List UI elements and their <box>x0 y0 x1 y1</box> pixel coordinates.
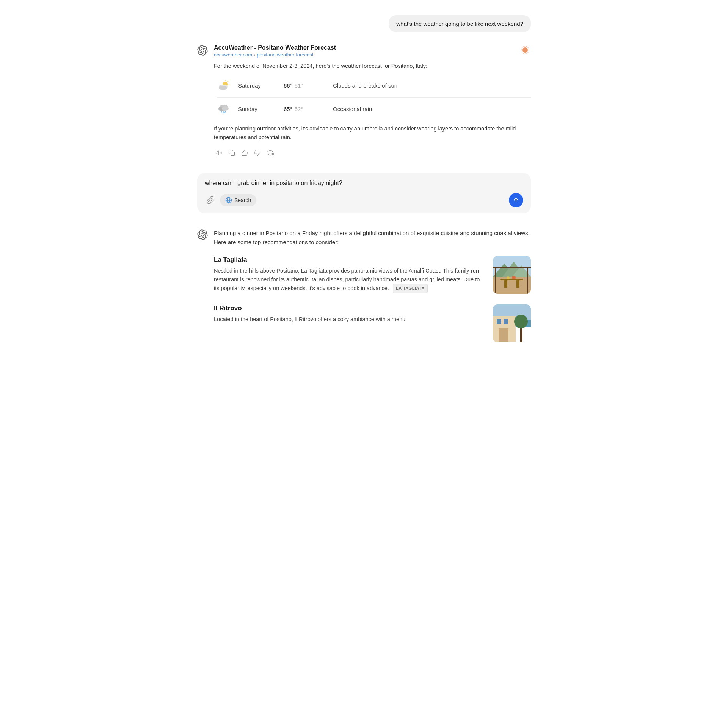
weather-url-path: positano weather forecast <box>257 52 314 58</box>
la-tagliata-name: La Tagliata <box>214 256 485 264</box>
copy-button[interactable] <box>227 148 237 158</box>
restaurant-card-il-ritrovo: Il Ritrovo Located in the heart of Posit… <box>214 304 531 342</box>
il-ritrovo-info: Il Ritrovo Located in the heart of Posit… <box>214 304 485 324</box>
sunday-icon <box>217 104 231 115</box>
il-ritrovo-text: Located in the heart of Positano, Il Rit… <box>214 316 405 322</box>
saturday-temps: 66° 51° <box>284 82 325 89</box>
svg-point-28 <box>512 276 516 279</box>
input-container: where can i grab dinner in positano on f… <box>197 173 531 213</box>
user-message-text-1: what's the weather going to be like next… <box>396 20 523 27</box>
sunday-low: 52° <box>295 106 303 112</box>
speak-button[interactable] <box>214 148 224 158</box>
weather-source-url: accuweather.com › positano weather forec… <box>214 52 336 58</box>
weather-row-saturday: Saturday 66° 51° Clouds and breaks of su… <box>217 77 531 95</box>
svg-point-5 <box>219 86 227 90</box>
weather-intro: For the weekend of November 2-3, 2024, h… <box>214 62 531 71</box>
weather-divider <box>217 97 531 98</box>
sunday-label: Sunday <box>238 106 276 112</box>
svg-line-14 <box>225 111 225 113</box>
sunday-temps: 65° 52° <box>284 106 325 112</box>
input-text[interactable]: where can i grab dinner in positano on f… <box>205 179 523 187</box>
restaurant-intro: Planning a dinner in Positano on a Frida… <box>214 229 531 247</box>
restaurant-card-la-tagliata: La Tagliata Nestled in the hills above P… <box>214 256 531 294</box>
thumbs-down-button[interactable] <box>253 148 262 158</box>
svg-point-39 <box>514 315 528 328</box>
url-separator: › <box>254 52 255 58</box>
il-ritrovo-name: Il Ritrovo <box>214 304 485 312</box>
ai-weather-response: AccuWeather - Positano Weather Forecast … <box>197 44 531 158</box>
svg-point-11 <box>222 106 229 111</box>
user-message-1: what's the weather going to be like next… <box>197 15 531 32</box>
attach-button[interactable] <box>205 195 216 206</box>
search-label: Search <box>234 197 251 203</box>
weather-advice: If you're planning outdoor activities, i… <box>214 124 531 142</box>
weather-content: AccuWeather - Positano Weather Forecast … <box>214 44 531 158</box>
search-button[interactable]: Search <box>220 194 256 206</box>
svg-rect-24 <box>500 279 523 280</box>
svg-rect-30 <box>527 267 528 294</box>
weather-row-sunday: Sunday 65° 52° Occasional rain <box>217 100 531 118</box>
svg-line-12 <box>221 111 221 113</box>
saturday-low: 51° <box>295 82 303 89</box>
weather-source: AccuWeather - Positano Weather Forecast … <box>214 44 336 58</box>
ai-avatar <box>197 45 208 56</box>
svg-point-0 <box>522 47 528 53</box>
svg-point-27 <box>507 276 510 279</box>
svg-rect-29 <box>495 267 496 294</box>
weather-source-title: AccuWeather - Positano Weather Forecast <box>214 44 336 51</box>
svg-rect-25 <box>504 280 507 288</box>
svg-line-7 <box>228 81 228 82</box>
saturday-high: 66° <box>284 82 292 89</box>
svg-rect-15 <box>231 152 235 156</box>
la-tagliata-text: Nestled in the hills above Positano, La … <box>214 268 480 291</box>
il-ritrovo-image <box>493 304 531 342</box>
svg-rect-35 <box>497 319 501 324</box>
ai-restaurant-response: Planning a dinner in Positano on a Frida… <box>197 229 531 353</box>
la-tagliata-image <box>493 256 531 294</box>
il-ritrovo-desc: Located in the heart of Positano, Il Rit… <box>214 315 485 324</box>
sunday-desc: Occasional rain <box>333 106 372 112</box>
svg-rect-36 <box>504 319 508 324</box>
saturday-label: Saturday <box>238 82 276 89</box>
input-actions: Search <box>205 193 523 207</box>
restaurant-content: Planning a dinner in Positano on a Frida… <box>214 229 531 353</box>
sunday-high: 65° <box>284 106 292 112</box>
la-tagliata-info: La Tagliata Nestled in the hills above P… <box>214 256 485 293</box>
weather-header: AccuWeather - Positano Weather Forecast … <box>214 44 531 58</box>
la-tagliata-desc: Nestled in the hills above Positano, La … <box>214 267 485 293</box>
response-actions <box>214 148 531 158</box>
ai-avatar-2 <box>197 229 208 240</box>
sun-decoration-icon <box>519 44 531 57</box>
regenerate-button[interactable] <box>265 148 275 158</box>
la-tagliata-tag: LA TAGLIATA <box>393 284 428 293</box>
weather-url-base: accuweather.com <box>214 52 252 58</box>
svg-line-13 <box>223 112 223 113</box>
saturday-icon <box>217 80 231 91</box>
weather-rows: Saturday 66° 51° Clouds and breaks of su… <box>217 77 531 118</box>
thumbs-up-button[interactable] <box>240 148 249 158</box>
send-button[interactable] <box>509 193 523 207</box>
svg-rect-26 <box>516 280 519 288</box>
user-message-bubble-1: what's the weather going to be like next… <box>389 15 531 32</box>
input-left-buttons: Search <box>205 194 256 206</box>
saturday-desc: Clouds and breaks of sun <box>333 82 397 89</box>
svg-rect-40 <box>499 328 508 342</box>
svg-rect-31 <box>493 267 531 268</box>
